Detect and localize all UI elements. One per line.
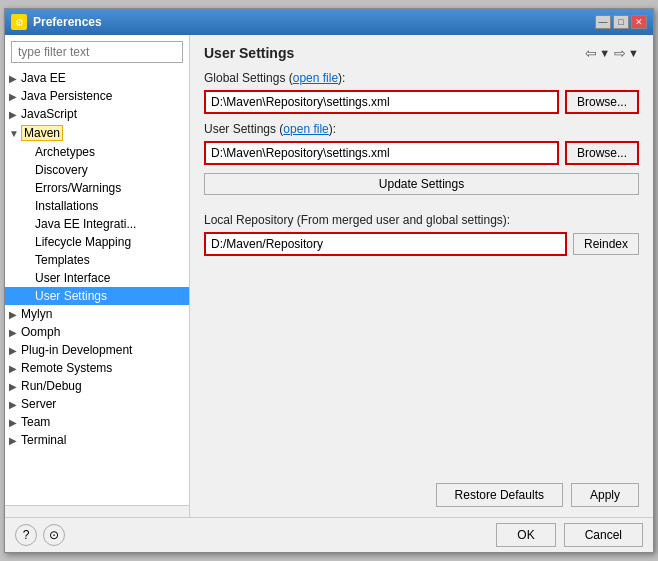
tree-arrow-icon: ▶ bbox=[9, 91, 19, 102]
cancel-button[interactable]: Cancel bbox=[564, 523, 643, 547]
reindex-button[interactable]: Reindex bbox=[573, 233, 639, 255]
sidebar-item-label: Discovery bbox=[35, 163, 88, 177]
filter-input[interactable] bbox=[11, 41, 183, 63]
sidebar-item-java-persistence[interactable]: ▶Java Persistence bbox=[5, 87, 189, 105]
local-repo-section: Local Repository (From merged user and g… bbox=[204, 213, 639, 256]
sidebar-item-lifecycle-mapping[interactable]: Lifecycle Mapping bbox=[5, 233, 189, 251]
tree-arrow-icon: ▶ bbox=[9, 435, 19, 446]
sidebar-item-terminal[interactable]: ▶Terminal bbox=[5, 431, 189, 449]
user-browse-button[interactable]: Browse... bbox=[565, 141, 639, 165]
sidebar-item-plugin-development[interactable]: ▶Plug-in Development bbox=[5, 341, 189, 359]
help-button[interactable]: ? bbox=[15, 524, 37, 546]
sidebar-item-label: Team bbox=[21, 415, 50, 429]
sidebar-item-discovery[interactable]: Discovery bbox=[5, 161, 189, 179]
restore-defaults-button[interactable]: Restore Defaults bbox=[436, 483, 563, 507]
sidebar-scrollbar[interactable] bbox=[5, 505, 189, 517]
forward-button[interactable]: ⇨ ▼ bbox=[614, 45, 639, 61]
sidebar-item-label: Maven bbox=[21, 125, 63, 141]
title-bar-left: ⚙ Preferences bbox=[11, 14, 102, 30]
local-repo-input[interactable] bbox=[204, 232, 567, 256]
bottom-buttons: Restore Defaults Apply bbox=[204, 473, 639, 507]
user-settings-row: Browse... bbox=[204, 141, 639, 165]
sidebar-item-label: Lifecycle Mapping bbox=[35, 235, 131, 249]
local-repo-label: Local Repository (From merged user and g… bbox=[204, 213, 639, 227]
ok-button[interactable]: OK bbox=[496, 523, 555, 547]
tree-arrow-icon: ▶ bbox=[9, 417, 19, 428]
nav-buttons: ⇦ ▼ ⇨ ▼ bbox=[585, 45, 639, 61]
sidebar-item-remote-systems[interactable]: ▶Remote Systems bbox=[5, 359, 189, 377]
global-settings-row: Browse... bbox=[204, 90, 639, 114]
sidebar-item-label: Templates bbox=[35, 253, 90, 267]
window-title: Preferences bbox=[33, 15, 102, 29]
sidebar-item-archetypes[interactable]: Archetypes bbox=[5, 143, 189, 161]
forward-dropdown-icon[interactable]: ▼ bbox=[628, 47, 639, 59]
tree-area: ▶Java EE▶Java Persistence▶JavaScript▼Mav… bbox=[5, 69, 189, 505]
sidebar-item-java-ee[interactable]: ▶Java EE bbox=[5, 69, 189, 87]
sidebar-item-label: Terminal bbox=[21, 433, 66, 447]
maximize-button[interactable]: □ bbox=[613, 15, 629, 29]
content-area: ▶Java EE▶Java Persistence▶JavaScript▼Mav… bbox=[5, 35, 653, 517]
sidebar-item-label: JavaScript bbox=[21, 107, 77, 121]
sidebar-item-maven[interactable]: ▼Maven bbox=[5, 123, 189, 143]
back-button[interactable]: ⇦ ▼ bbox=[585, 45, 610, 61]
title-bar: ⚙ Preferences — □ ✕ bbox=[5, 9, 653, 35]
user-path-input[interactable] bbox=[204, 141, 559, 165]
back-dropdown-icon[interactable]: ▼ bbox=[599, 47, 610, 59]
sidebar-item-label: Archetypes bbox=[35, 145, 95, 159]
sidebar-item-label: Remote Systems bbox=[21, 361, 112, 375]
sidebar-item-java-ee-integration[interactable]: Java EE Integrati... bbox=[5, 215, 189, 233]
sidebar-item-label: Run/Debug bbox=[21, 379, 82, 393]
tree-arrow-icon: ▶ bbox=[9, 363, 19, 374]
main-panel: User Settings ⇦ ▼ ⇨ ▼ Global Settings (o… bbox=[190, 35, 653, 517]
minimize-button[interactable]: — bbox=[595, 15, 611, 29]
sidebar-item-mylyn[interactable]: ▶Mylyn bbox=[5, 305, 189, 323]
sidebar-item-user-interface[interactable]: User Interface bbox=[5, 269, 189, 287]
sidebar-item-label: Java EE bbox=[21, 71, 66, 85]
footer-right: OK Cancel bbox=[496, 523, 643, 547]
update-settings-button[interactable]: Update Settings bbox=[204, 173, 639, 195]
tree-arrow-icon: ▶ bbox=[9, 109, 19, 120]
sidebar-item-label: Plug-in Development bbox=[21, 343, 132, 357]
tree-arrow-icon: ▼ bbox=[9, 128, 19, 139]
local-repo-row: Reindex bbox=[204, 232, 639, 256]
sidebar-item-label: Oomph bbox=[21, 325, 60, 339]
sidebar: ▶Java EE▶Java Persistence▶JavaScript▼Mav… bbox=[5, 35, 190, 517]
sidebar-item-errors-warnings[interactable]: Errors/Warnings bbox=[5, 179, 189, 197]
window-icon: ⚙ bbox=[11, 14, 27, 30]
page-title: User Settings bbox=[204, 45, 294, 61]
main-header: User Settings ⇦ ▼ ⇨ ▼ bbox=[204, 45, 639, 61]
sidebar-item-label: Installations bbox=[35, 199, 98, 213]
sidebar-item-team[interactable]: ▶Team bbox=[5, 413, 189, 431]
apply-button[interactable]: Apply bbox=[571, 483, 639, 507]
forward-arrow-icon: ⇨ bbox=[614, 45, 626, 61]
global-browse-button[interactable]: Browse... bbox=[565, 90, 639, 114]
global-open-file-link[interactable]: open file bbox=[293, 71, 338, 85]
tree-arrow-icon: ▶ bbox=[9, 309, 19, 320]
tree-arrow-icon: ▶ bbox=[9, 381, 19, 392]
sidebar-item-templates[interactable]: Templates bbox=[5, 251, 189, 269]
tree-arrow-icon: ▶ bbox=[9, 345, 19, 356]
sidebar-item-run-debug[interactable]: ▶Run/Debug bbox=[5, 377, 189, 395]
user-settings-label: User Settings (open file): bbox=[204, 122, 639, 136]
sidebar-item-label: Server bbox=[21, 397, 56, 411]
sidebar-item-oomph[interactable]: ▶Oomph bbox=[5, 323, 189, 341]
footer: ? ⊙ OK Cancel bbox=[5, 517, 653, 552]
preferences-window: ⚙ Preferences — □ ✕ ▶Java EE▶Java Persis… bbox=[4, 8, 654, 553]
sidebar-item-label: Mylyn bbox=[21, 307, 52, 321]
sidebar-item-label: User Settings bbox=[35, 289, 107, 303]
user-open-file-link[interactable]: open file bbox=[283, 122, 328, 136]
sidebar-item-installations[interactable]: Installations bbox=[5, 197, 189, 215]
footer-left: ? ⊙ bbox=[15, 524, 65, 546]
sidebar-item-user-settings[interactable]: User Settings bbox=[5, 287, 189, 305]
global-settings-label: Global Settings (open file): bbox=[204, 71, 639, 85]
tree-arrow-icon: ▶ bbox=[9, 327, 19, 338]
help2-button[interactable]: ⊙ bbox=[43, 524, 65, 546]
back-arrow-icon: ⇦ bbox=[585, 45, 597, 61]
sidebar-item-javascript[interactable]: ▶JavaScript bbox=[5, 105, 189, 123]
close-button[interactable]: ✕ bbox=[631, 15, 647, 29]
tree-arrow-icon: ▶ bbox=[9, 399, 19, 410]
tree-arrow-icon: ▶ bbox=[9, 73, 19, 84]
global-path-input[interactable] bbox=[204, 90, 559, 114]
sidebar-item-label: User Interface bbox=[35, 271, 110, 285]
sidebar-item-server[interactable]: ▶Server bbox=[5, 395, 189, 413]
